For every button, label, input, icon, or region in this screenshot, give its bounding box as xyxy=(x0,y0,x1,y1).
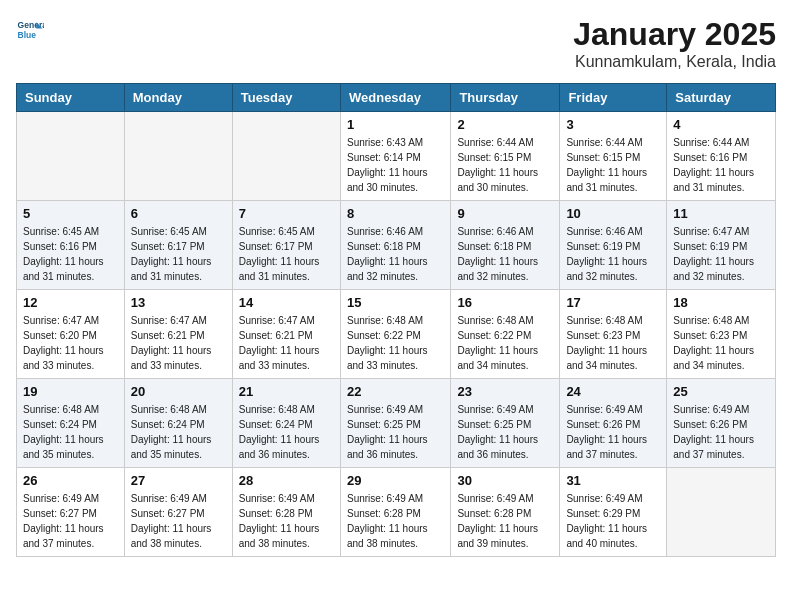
day-number: 20 xyxy=(131,384,226,399)
calendar-week-row: 5Sunrise: 6:45 AM Sunset: 6:16 PM Daylig… xyxy=(17,201,776,290)
location-title: Kunnamkulam, Kerala, India xyxy=(573,53,776,71)
day-number: 29 xyxy=(347,473,444,488)
day-info: Sunrise: 6:45 AM Sunset: 6:16 PM Dayligh… xyxy=(23,224,118,284)
calendar-week-row: 12Sunrise: 6:47 AM Sunset: 6:20 PM Dayli… xyxy=(17,290,776,379)
col-tuesday: Tuesday xyxy=(232,84,340,112)
day-info: Sunrise: 6:48 AM Sunset: 6:24 PM Dayligh… xyxy=(23,402,118,462)
day-info: Sunrise: 6:46 AM Sunset: 6:18 PM Dayligh… xyxy=(347,224,444,284)
day-number: 1 xyxy=(347,117,444,132)
table-row: 7Sunrise: 6:45 AM Sunset: 6:17 PM Daylig… xyxy=(232,201,340,290)
day-number: 12 xyxy=(23,295,118,310)
table-row: 14Sunrise: 6:47 AM Sunset: 6:21 PM Dayli… xyxy=(232,290,340,379)
day-number: 31 xyxy=(566,473,660,488)
col-thursday: Thursday xyxy=(451,84,560,112)
day-info: Sunrise: 6:46 AM Sunset: 6:18 PM Dayligh… xyxy=(457,224,553,284)
day-number: 28 xyxy=(239,473,334,488)
table-row: 5Sunrise: 6:45 AM Sunset: 6:16 PM Daylig… xyxy=(17,201,125,290)
month-title: January 2025 xyxy=(573,16,776,53)
table-row xyxy=(124,112,232,201)
day-info: Sunrise: 6:47 AM Sunset: 6:21 PM Dayligh… xyxy=(131,313,226,373)
day-info: Sunrise: 6:49 AM Sunset: 6:28 PM Dayligh… xyxy=(239,491,334,551)
logo-icon: General Blue xyxy=(16,16,44,44)
day-info: Sunrise: 6:48 AM Sunset: 6:24 PM Dayligh… xyxy=(239,402,334,462)
table-row xyxy=(667,468,776,557)
table-row xyxy=(232,112,340,201)
day-info: Sunrise: 6:47 AM Sunset: 6:20 PM Dayligh… xyxy=(23,313,118,373)
table-row: 25Sunrise: 6:49 AM Sunset: 6:26 PM Dayli… xyxy=(667,379,776,468)
table-row: 11Sunrise: 6:47 AM Sunset: 6:19 PM Dayli… xyxy=(667,201,776,290)
logo: General Blue xyxy=(16,16,44,44)
svg-text:Blue: Blue xyxy=(18,30,37,40)
calendar-week-row: 19Sunrise: 6:48 AM Sunset: 6:24 PM Dayli… xyxy=(17,379,776,468)
table-row: 3Sunrise: 6:44 AM Sunset: 6:15 PM Daylig… xyxy=(560,112,667,201)
day-info: Sunrise: 6:49 AM Sunset: 6:28 PM Dayligh… xyxy=(457,491,553,551)
day-info: Sunrise: 6:45 AM Sunset: 6:17 PM Dayligh… xyxy=(131,224,226,284)
day-info: Sunrise: 6:45 AM Sunset: 6:17 PM Dayligh… xyxy=(239,224,334,284)
table-row: 12Sunrise: 6:47 AM Sunset: 6:20 PM Dayli… xyxy=(17,290,125,379)
table-row: 13Sunrise: 6:47 AM Sunset: 6:21 PM Dayli… xyxy=(124,290,232,379)
table-row: 22Sunrise: 6:49 AM Sunset: 6:25 PM Dayli… xyxy=(340,379,450,468)
day-number: 13 xyxy=(131,295,226,310)
table-row: 20Sunrise: 6:48 AM Sunset: 6:24 PM Dayli… xyxy=(124,379,232,468)
day-info: Sunrise: 6:47 AM Sunset: 6:19 PM Dayligh… xyxy=(673,224,769,284)
table-row: 27Sunrise: 6:49 AM Sunset: 6:27 PM Dayli… xyxy=(124,468,232,557)
day-info: Sunrise: 6:43 AM Sunset: 6:14 PM Dayligh… xyxy=(347,135,444,195)
day-info: Sunrise: 6:49 AM Sunset: 6:27 PM Dayligh… xyxy=(131,491,226,551)
table-row: 29Sunrise: 6:49 AM Sunset: 6:28 PM Dayli… xyxy=(340,468,450,557)
day-number: 2 xyxy=(457,117,553,132)
day-number: 10 xyxy=(566,206,660,221)
day-number: 11 xyxy=(673,206,769,221)
table-row: 23Sunrise: 6:49 AM Sunset: 6:25 PM Dayli… xyxy=(451,379,560,468)
table-row xyxy=(17,112,125,201)
day-info: Sunrise: 6:44 AM Sunset: 6:16 PM Dayligh… xyxy=(673,135,769,195)
day-info: Sunrise: 6:44 AM Sunset: 6:15 PM Dayligh… xyxy=(457,135,553,195)
col-wednesday: Wednesday xyxy=(340,84,450,112)
day-number: 9 xyxy=(457,206,553,221)
day-number: 7 xyxy=(239,206,334,221)
table-row: 4Sunrise: 6:44 AM Sunset: 6:16 PM Daylig… xyxy=(667,112,776,201)
day-number: 17 xyxy=(566,295,660,310)
day-info: Sunrise: 6:49 AM Sunset: 6:26 PM Dayligh… xyxy=(673,402,769,462)
day-number: 27 xyxy=(131,473,226,488)
table-row: 30Sunrise: 6:49 AM Sunset: 6:28 PM Dayli… xyxy=(451,468,560,557)
day-number: 22 xyxy=(347,384,444,399)
table-row: 28Sunrise: 6:49 AM Sunset: 6:28 PM Dayli… xyxy=(232,468,340,557)
table-row: 10Sunrise: 6:46 AM Sunset: 6:19 PM Dayli… xyxy=(560,201,667,290)
table-row: 18Sunrise: 6:48 AM Sunset: 6:23 PM Dayli… xyxy=(667,290,776,379)
col-friday: Friday xyxy=(560,84,667,112)
day-info: Sunrise: 6:48 AM Sunset: 6:24 PM Dayligh… xyxy=(131,402,226,462)
day-number: 5 xyxy=(23,206,118,221)
day-info: Sunrise: 6:48 AM Sunset: 6:23 PM Dayligh… xyxy=(566,313,660,373)
day-info: Sunrise: 6:48 AM Sunset: 6:23 PM Dayligh… xyxy=(673,313,769,373)
calendar-header-row: Sunday Monday Tuesday Wednesday Thursday… xyxy=(17,84,776,112)
table-row: 8Sunrise: 6:46 AM Sunset: 6:18 PM Daylig… xyxy=(340,201,450,290)
day-number: 23 xyxy=(457,384,553,399)
day-number: 14 xyxy=(239,295,334,310)
day-number: 25 xyxy=(673,384,769,399)
day-info: Sunrise: 6:46 AM Sunset: 6:19 PM Dayligh… xyxy=(566,224,660,284)
day-number: 30 xyxy=(457,473,553,488)
table-row: 1Sunrise: 6:43 AM Sunset: 6:14 PM Daylig… xyxy=(340,112,450,201)
table-row: 6Sunrise: 6:45 AM Sunset: 6:17 PM Daylig… xyxy=(124,201,232,290)
day-info: Sunrise: 6:48 AM Sunset: 6:22 PM Dayligh… xyxy=(347,313,444,373)
calendar-week-row: 26Sunrise: 6:49 AM Sunset: 6:27 PM Dayli… xyxy=(17,468,776,557)
day-info: Sunrise: 6:48 AM Sunset: 6:22 PM Dayligh… xyxy=(457,313,553,373)
day-info: Sunrise: 6:49 AM Sunset: 6:25 PM Dayligh… xyxy=(457,402,553,462)
calendar-week-row: 1Sunrise: 6:43 AM Sunset: 6:14 PM Daylig… xyxy=(17,112,776,201)
table-row: 26Sunrise: 6:49 AM Sunset: 6:27 PM Dayli… xyxy=(17,468,125,557)
day-number: 18 xyxy=(673,295,769,310)
day-number: 15 xyxy=(347,295,444,310)
table-row: 31Sunrise: 6:49 AM Sunset: 6:29 PM Dayli… xyxy=(560,468,667,557)
day-info: Sunrise: 6:47 AM Sunset: 6:21 PM Dayligh… xyxy=(239,313,334,373)
table-row: 9Sunrise: 6:46 AM Sunset: 6:18 PM Daylig… xyxy=(451,201,560,290)
day-number: 16 xyxy=(457,295,553,310)
table-row: 16Sunrise: 6:48 AM Sunset: 6:22 PM Dayli… xyxy=(451,290,560,379)
table-row: 17Sunrise: 6:48 AM Sunset: 6:23 PM Dayli… xyxy=(560,290,667,379)
table-row: 24Sunrise: 6:49 AM Sunset: 6:26 PM Dayli… xyxy=(560,379,667,468)
day-info: Sunrise: 6:44 AM Sunset: 6:15 PM Dayligh… xyxy=(566,135,660,195)
day-info: Sunrise: 6:49 AM Sunset: 6:29 PM Dayligh… xyxy=(566,491,660,551)
table-row: 15Sunrise: 6:48 AM Sunset: 6:22 PM Dayli… xyxy=(340,290,450,379)
day-info: Sunrise: 6:49 AM Sunset: 6:25 PM Dayligh… xyxy=(347,402,444,462)
table-row: 21Sunrise: 6:48 AM Sunset: 6:24 PM Dayli… xyxy=(232,379,340,468)
day-number: 24 xyxy=(566,384,660,399)
